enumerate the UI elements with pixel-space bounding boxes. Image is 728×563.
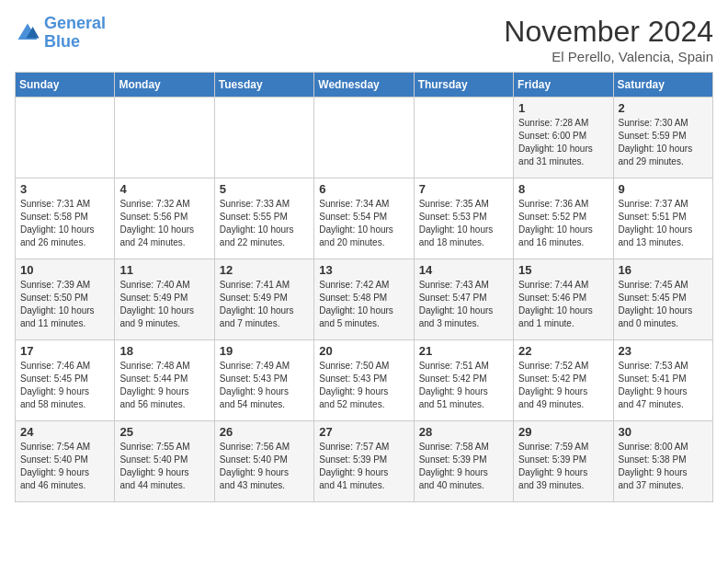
calendar-cell: 23Sunrise: 7:53 AM Sunset: 5:41 PM Dayli…	[613, 340, 712, 421]
weekday-header: Monday	[115, 73, 214, 98]
calendar-cell	[314, 98, 414, 178]
day-number: 8	[518, 182, 608, 196]
day-number: 20	[319, 344, 408, 358]
weekday-header: Wednesday	[314, 73, 414, 98]
calendar-cell: 27Sunrise: 7:57 AM Sunset: 5:39 PM Dayli…	[314, 421, 414, 502]
day-info: Sunrise: 7:50 AM Sunset: 5:43 PM Dayligh…	[319, 360, 408, 411]
weekday-header: Tuesday	[214, 73, 313, 98]
day-number: 18	[119, 344, 209, 358]
day-number: 5	[220, 182, 309, 196]
logo-icon	[15, 20, 40, 46]
weekday-header: Thursday	[414, 73, 513, 98]
calendar-cell: 17Sunrise: 7:46 AM Sunset: 5:45 PM Dayli…	[16, 340, 115, 421]
day-number: 2	[619, 101, 708, 115]
day-info: Sunrise: 7:59 AM Sunset: 5:39 PM Dayligh…	[518, 441, 608, 492]
day-info: Sunrise: 8:00 AM Sunset: 5:38 PM Dayligh…	[619, 441, 708, 492]
calendar-cell: 4Sunrise: 7:32 AM Sunset: 5:56 PM Daylig…	[115, 178, 214, 259]
calendar-cell	[414, 98, 513, 178]
day-number: 7	[419, 182, 508, 196]
calendar-row: 3Sunrise: 7:31 AM Sunset: 5:58 PM Daylig…	[16, 178, 713, 259]
day-number: 19	[220, 344, 309, 358]
calendar-row: 10Sunrise: 7:39 AM Sunset: 5:50 PM Dayli…	[16, 259, 713, 340]
day-number: 6	[319, 182, 408, 196]
day-number: 26	[220, 425, 309, 439]
day-number: 28	[419, 425, 508, 439]
page-header: General Blue November 2024 El Perello, V…	[15, 15, 713, 64]
calendar-cell: 7Sunrise: 7:35 AM Sunset: 5:53 PM Daylig…	[414, 178, 513, 259]
calendar-body: 1Sunrise: 7:28 AM Sunset: 6:00 PM Daylig…	[16, 98, 713, 502]
day-info: Sunrise: 7:35 AM Sunset: 5:53 PM Dayligh…	[419, 198, 508, 249]
day-info: Sunrise: 7:54 AM Sunset: 5:40 PM Dayligh…	[20, 441, 109, 492]
day-number: 21	[419, 344, 508, 358]
day-info: Sunrise: 7:41 AM Sunset: 5:49 PM Dayligh…	[220, 279, 309, 330]
day-info: Sunrise: 7:52 AM Sunset: 5:42 PM Dayligh…	[518, 360, 608, 411]
day-number: 13	[319, 263, 408, 277]
calendar-cell: 24Sunrise: 7:54 AM Sunset: 5:40 PM Dayli…	[16, 421, 115, 502]
calendar-cell: 1Sunrise: 7:28 AM Sunset: 6:00 PM Daylig…	[514, 98, 613, 178]
calendar-cell	[16, 98, 115, 178]
calendar-cell: 8Sunrise: 7:36 AM Sunset: 5:52 PM Daylig…	[514, 178, 613, 259]
day-number: 16	[619, 263, 708, 277]
calendar-cell: 18Sunrise: 7:48 AM Sunset: 5:44 PM Dayli…	[115, 340, 214, 421]
day-info: Sunrise: 7:37 AM Sunset: 5:51 PM Dayligh…	[619, 198, 708, 249]
day-number: 24	[20, 425, 109, 439]
day-info: Sunrise: 7:57 AM Sunset: 5:39 PM Dayligh…	[319, 441, 408, 492]
calendar-cell: 26Sunrise: 7:56 AM Sunset: 5:40 PM Dayli…	[214, 421, 313, 502]
calendar-cell: 12Sunrise: 7:41 AM Sunset: 5:49 PM Dayli…	[214, 259, 313, 340]
calendar-cell: 25Sunrise: 7:55 AM Sunset: 5:40 PM Dayli…	[115, 421, 214, 502]
calendar-table: SundayMondayTuesdayWednesdayThursdayFrid…	[15, 72, 713, 502]
day-info: Sunrise: 7:46 AM Sunset: 5:45 PM Dayligh…	[20, 360, 109, 411]
calendar-cell: 21Sunrise: 7:51 AM Sunset: 5:42 PM Dayli…	[414, 340, 513, 421]
day-info: Sunrise: 7:33 AM Sunset: 5:55 PM Dayligh…	[220, 198, 309, 249]
day-info: Sunrise: 7:55 AM Sunset: 5:40 PM Dayligh…	[119, 441, 209, 492]
day-number: 14	[419, 263, 508, 277]
day-info: Sunrise: 7:48 AM Sunset: 5:44 PM Dayligh…	[119, 360, 209, 411]
title-block: November 2024 El Perello, Valencia, Spai…	[504, 15, 713, 64]
day-info: Sunrise: 7:45 AM Sunset: 5:45 PM Dayligh…	[619, 279, 708, 330]
calendar-cell: 20Sunrise: 7:50 AM Sunset: 5:43 PM Dayli…	[314, 340, 414, 421]
day-info: Sunrise: 7:43 AM Sunset: 5:47 PM Dayligh…	[419, 279, 508, 330]
calendar-cell: 19Sunrise: 7:49 AM Sunset: 5:43 PM Dayli…	[214, 340, 313, 421]
calendar-cell: 15Sunrise: 7:44 AM Sunset: 5:46 PM Dayli…	[514, 259, 613, 340]
day-info: Sunrise: 7:30 AM Sunset: 5:59 PM Dayligh…	[619, 117, 708, 168]
logo-text: General Blue	[44, 15, 106, 52]
calendar-row: 1Sunrise: 7:28 AM Sunset: 6:00 PM Daylig…	[16, 98, 713, 178]
calendar-cell: 28Sunrise: 7:58 AM Sunset: 5:39 PM Dayli…	[414, 421, 513, 502]
calendar-cell: 3Sunrise: 7:31 AM Sunset: 5:58 PM Daylig…	[16, 178, 115, 259]
day-info: Sunrise: 7:40 AM Sunset: 5:49 PM Dayligh…	[119, 279, 209, 330]
calendar-cell: 30Sunrise: 8:00 AM Sunset: 5:38 PM Dayli…	[613, 421, 712, 502]
day-info: Sunrise: 7:34 AM Sunset: 5:54 PM Dayligh…	[319, 198, 408, 249]
calendar-cell: 5Sunrise: 7:33 AM Sunset: 5:55 PM Daylig…	[214, 178, 313, 259]
day-number: 27	[319, 425, 408, 439]
logo: General Blue	[15, 15, 106, 52]
day-info: Sunrise: 7:58 AM Sunset: 5:39 PM Dayligh…	[419, 441, 508, 492]
day-number: 3	[20, 182, 109, 196]
calendar-cell	[214, 98, 313, 178]
day-number: 11	[119, 263, 209, 277]
calendar-row: 24Sunrise: 7:54 AM Sunset: 5:40 PM Dayli…	[16, 421, 713, 502]
weekday-header: Friday	[514, 73, 613, 98]
day-number: 9	[619, 182, 708, 196]
calendar-cell	[115, 98, 214, 178]
calendar-cell: 16Sunrise: 7:45 AM Sunset: 5:45 PM Dayli…	[613, 259, 712, 340]
calendar-cell: 6Sunrise: 7:34 AM Sunset: 5:54 PM Daylig…	[314, 178, 414, 259]
calendar-cell: 9Sunrise: 7:37 AM Sunset: 5:51 PM Daylig…	[613, 178, 712, 259]
calendar-cell: 14Sunrise: 7:43 AM Sunset: 5:47 PM Dayli…	[414, 259, 513, 340]
calendar-cell: 29Sunrise: 7:59 AM Sunset: 5:39 PM Dayli…	[514, 421, 613, 502]
day-info: Sunrise: 7:44 AM Sunset: 5:46 PM Dayligh…	[518, 279, 608, 330]
day-info: Sunrise: 7:56 AM Sunset: 5:40 PM Dayligh…	[220, 441, 309, 492]
day-number: 10	[20, 263, 109, 277]
calendar-cell: 2Sunrise: 7:30 AM Sunset: 5:59 PM Daylig…	[613, 98, 712, 178]
location: El Perello, Valencia, Spain	[504, 49, 713, 64]
day-number: 22	[518, 344, 608, 358]
day-number: 1	[518, 101, 608, 115]
day-number: 23	[619, 344, 708, 358]
day-info: Sunrise: 7:49 AM Sunset: 5:43 PM Dayligh…	[220, 360, 309, 411]
day-number: 15	[518, 263, 608, 277]
header-row: SundayMondayTuesdayWednesdayThursdayFrid…	[16, 73, 713, 98]
weekday-header: Sunday	[16, 73, 115, 98]
day-info: Sunrise: 7:51 AM Sunset: 5:42 PM Dayligh…	[419, 360, 508, 411]
calendar-cell: 11Sunrise: 7:40 AM Sunset: 5:49 PM Dayli…	[115, 259, 214, 340]
day-info: Sunrise: 7:53 AM Sunset: 5:41 PM Dayligh…	[619, 360, 708, 411]
day-info: Sunrise: 7:39 AM Sunset: 5:50 PM Dayligh…	[20, 279, 109, 330]
